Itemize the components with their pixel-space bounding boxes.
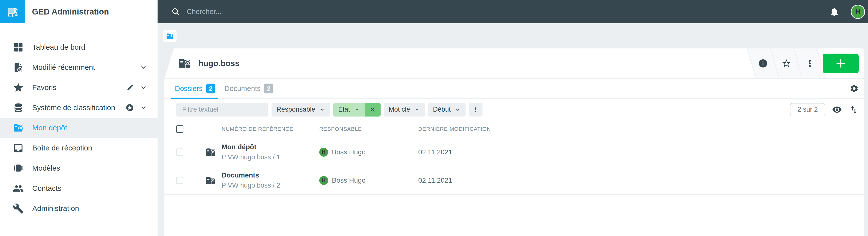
- close-icon: [369, 106, 376, 113]
- select-all-checkbox[interactable]: [176, 125, 183, 133]
- tab-label: Documents: [224, 85, 261, 93]
- app-title: GED Administration: [32, 7, 109, 16]
- page-title: hugo.boss: [198, 59, 240, 68]
- column-header-responsable: RESPONSABLE: [319, 126, 418, 132]
- result-count: 2 sur 2: [790, 103, 825, 116]
- folder-lock-icon: [205, 146, 216, 158]
- plus-icon: [835, 58, 846, 69]
- card-header: hugo.boss: [164, 48, 864, 79]
- app-logo-icon[interactable]: [0, 0, 25, 23]
- breadcrumb-folder-tab[interactable]: [163, 30, 177, 42]
- notifications-bell-icon[interactable]: [829, 7, 839, 17]
- document-clock-icon: [13, 62, 24, 73]
- filter-bar-right: 2 sur 2: [790, 103, 859, 116]
- gear-icon: [850, 84, 859, 93]
- sidebar-item-modifie-recemment[interactable]: Modifié récemment: [0, 57, 158, 77]
- sidebar-item-label: Modèles: [32, 164, 60, 172]
- sort-arrows-icon: [849, 105, 859, 114]
- sort-button[interactable]: [849, 105, 859, 114]
- chevron-down-icon: [319, 107, 325, 112]
- row-modified-date: 02.11.2021: [418, 148, 864, 156]
- chevron-down-icon[interactable]: [140, 104, 147, 111]
- star-icon: [13, 82, 24, 93]
- tab-documents[interactable]: Documents 2: [224, 79, 273, 98]
- sidebar-item-tableau-de-bord[interactable]: Tableau de bord: [0, 37, 158, 57]
- sidebar-item-label: Mon dépôt: [32, 124, 67, 132]
- row-modified-date: 02.11.2021: [418, 176, 864, 184]
- filter-label: Mot clé: [389, 106, 410, 113]
- global-search[interactable]: [171, 7, 829, 16]
- folder-card: hugo.boss Dossiers 2: [164, 48, 864, 236]
- filter-responsable-dropdown[interactable]: Responsable: [272, 103, 330, 116]
- filter-label: Responsable: [276, 106, 315, 113]
- inbox-icon: [13, 143, 24, 154]
- sidebar: Tableau de bord Modifié récemment Favori…: [0, 23, 158, 236]
- avatar: H: [319, 176, 328, 185]
- folder-lock-icon: [166, 32, 174, 40]
- dashboard-icon: [13, 42, 24, 53]
- add-button[interactable]: [823, 54, 859, 73]
- chevron-down-icon: [455, 107, 461, 112]
- filter-label: État: [338, 106, 350, 113]
- filter-debut-dropdown[interactable]: Début: [428, 103, 466, 116]
- brand-area: GED Administration: [0, 0, 158, 23]
- filter-etat-clear-button[interactable]: [365, 103, 380, 116]
- kebab-icon: [805, 59, 814, 68]
- sidebar-item-label: Modifié récemment: [32, 63, 95, 71]
- folders-table: NUMÉRO DE RÉFÉRENCE RESPONSABLE DERNIÈRE…: [164, 120, 864, 195]
- settings-gear-button[interactable]: [850, 84, 859, 93]
- table-row[interactable]: Mon dépôt P VW hugo.boss / 1 H Boss Hugo…: [164, 138, 864, 166]
- sidebar-item-label: Contacts: [32, 184, 61, 193]
- star-outline-icon: [781, 59, 791, 68]
- chevron-down-icon[interactable]: [140, 64, 147, 71]
- row-checkbox[interactable]: [176, 148, 183, 156]
- row-responsable: Boss Hugo: [332, 148, 366, 156]
- sidebar-item-label: Favoris: [32, 83, 56, 92]
- filter-bar: Responsable État Mot clé Début: [164, 99, 864, 120]
- filter-etat-group: État: [333, 103, 380, 116]
- user-avatar[interactable]: H: [851, 5, 865, 19]
- topbar-right: H: [829, 5, 868, 19]
- column-header-modification: DERNIÈRE MODIFICATION: [418, 126, 864, 132]
- sidebar-item-favoris[interactable]: Favoris: [0, 77, 158, 98]
- database-icon: [13, 102, 24, 113]
- sidebar-item-label: Administration: [32, 204, 79, 213]
- sidebar-item-systeme-de-classification[interactable]: Système de classification: [0, 98, 158, 118]
- row-reference: P VW hugo.boss / 2: [222, 182, 319, 189]
- folder-lock-icon: [178, 57, 191, 70]
- tab-dossiers[interactable]: Dossiers 2: [175, 79, 215, 98]
- templates-icon: [13, 163, 24, 174]
- search-icon: [171, 7, 180, 16]
- row-title: Documents: [222, 171, 319, 179]
- visibility-button[interactable]: [832, 105, 842, 114]
- filter-etat-dropdown[interactable]: État: [333, 103, 365, 116]
- chevron-down-icon: [354, 107, 360, 112]
- avatar: H: [319, 148, 328, 157]
- sidebar-item-contacts[interactable]: Contacts: [0, 178, 158, 198]
- search-input[interactable]: [187, 8, 408, 16]
- eye-icon: [832, 105, 842, 114]
- table-row[interactable]: Documents P VW hugo.boss / 2 H Boss Hugo…: [164, 166, 864, 195]
- row-checkbox[interactable]: [176, 177, 183, 184]
- table-header-row: NUMÉRO DE RÉFÉRENCE RESPONSABLE DERNIÈRE…: [164, 120, 864, 138]
- more-filters-button[interactable]: [469, 103, 483, 116]
- info-icon: [758, 59, 768, 68]
- star-circle-icon[interactable]: [126, 103, 134, 112]
- sidebar-item-mon-depot[interactable]: Mon dépôt: [0, 118, 158, 138]
- filter-mot-cle-dropdown[interactable]: Mot clé: [384, 103, 425, 116]
- chevron-down-icon[interactable]: [140, 84, 147, 91]
- row-reference: P VW hugo.boss / 1: [222, 154, 319, 161]
- topbar: GED Administration H: [0, 0, 868, 23]
- sidebar-item-administration[interactable]: Administration: [0, 198, 158, 218]
- tab-count-badge: 2: [264, 83, 273, 93]
- sidebar-item-label: Tableau de bord: [32, 43, 85, 52]
- sidebar-item-boite-de-reception[interactable]: Boîte de réception: [0, 138, 158, 158]
- edit-pencil-icon[interactable]: [127, 84, 134, 91]
- main-content: hugo.boss Dossiers 2: [158, 23, 868, 236]
- text-filter-input[interactable]: [176, 103, 268, 116]
- sidebar-item-label: Système de classification: [32, 103, 115, 112]
- column-header-reference: NUMÉRO DE RÉFÉRENCE: [222, 126, 319, 132]
- sidebar-item-label: Boîte de réception: [32, 144, 92, 152]
- sidebar-item-modeles[interactable]: Modèles: [0, 158, 158, 178]
- header-actions-group: [747, 48, 826, 78]
